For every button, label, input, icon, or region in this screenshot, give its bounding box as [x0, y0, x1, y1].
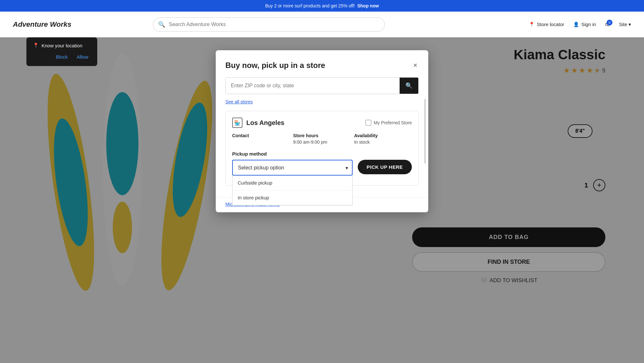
store-pickup-modal: Buy now, pick up in a store × 🔍 See all … [216, 50, 428, 212]
zip-input[interactable] [226, 78, 400, 94]
contact-section: Contact [232, 133, 290, 145]
availability-label: Availability [354, 133, 412, 138]
store-locator-label: Store locator [537, 22, 564, 27]
pickup-options-list: Curbside pickup In store pickup [232, 176, 353, 205]
store-details: Contact Store hours 9:00 am-9:00 pm Avai… [232, 133, 412, 145]
availability-section: Availability In stock [354, 133, 412, 145]
search-input[interactable] [153, 17, 385, 32]
location-popup-title: 📍 Know your location [33, 43, 91, 48]
hours-section: Store hours 9:00 am-9:00 pm [293, 133, 351, 145]
modal-close-button[interactable]: × [412, 60, 419, 71]
modal-body: 🔍 See all stores 🏪 Los Angeles My Prefer… [216, 77, 428, 197]
scroll-indicator [424, 99, 426, 164]
instore-pickup-item[interactable]: In store pickup [232, 190, 352, 205]
search-bar: 🔍 [153, 17, 385, 32]
pickup-method-label: Pickup method [232, 151, 412, 157]
sign-in[interactable]: 👤 Sign in [573, 22, 596, 27]
pickup-section: Pickup method Select pickup option Curbs… [232, 151, 412, 176]
preferred-store-row: My Preferred Store [365, 120, 412, 126]
site-selector[interactable]: Site ▾ [619, 22, 631, 27]
location-pin-icon: 📍 [33, 43, 39, 48]
availability-value: In stock [354, 139, 412, 145]
store-name-row: 🏪 Los Angeles [232, 118, 284, 128]
site-label: Site [619, 22, 627, 27]
chevron-down-icon: ▾ [629, 22, 631, 27]
preferred-store-checkbox[interactable] [365, 120, 371, 126]
store-name: Los Angeles [246, 119, 284, 127]
cart-badge: 0 [607, 20, 612, 25]
block-location-button[interactable]: Block [53, 53, 70, 61]
location-popup: 📍 Know your location Block Allow [26, 37, 97, 66]
allow-location-button[interactable]: Allow [74, 53, 91, 61]
store-card: 🏪 Los Angeles My Preferred Store Contact [225, 111, 419, 186]
pick-up-here-button[interactable]: PICK UP HERE [358, 160, 412, 174]
logo: Adventure Works [13, 20, 71, 29]
promo-text: Buy 2 or more surf products and get 25% … [265, 3, 355, 8]
cart[interactable]: 🛍 0 [605, 22, 610, 27]
contact-label: Contact [232, 133, 290, 138]
store-locator[interactable]: 📍 Store locator [529, 22, 564, 27]
see-all-stores-link[interactable]: See all stores [225, 99, 419, 104]
preferred-store-label: My Preferred Store [374, 120, 412, 125]
modal-title: Buy now, pick up in a store [225, 61, 325, 70]
pickup-dropdown[interactable]: Select pickup option Curbside pickup In … [232, 160, 353, 176]
promo-link[interactable]: Shop now [357, 3, 379, 8]
hours-value: 9:00 am-9:00 pm [293, 139, 351, 145]
curbside-pickup-item[interactable]: Curbside pickup [232, 176, 352, 190]
sign-in-icon: 👤 [573, 22, 579, 27]
promo-bar: Buy 2 or more surf products and get 25% … [0, 0, 644, 12]
pickup-dropdown-wrap: Select pickup option Curbside pickup In … [232, 160, 353, 176]
location-popup-buttons: Block Allow [33, 53, 91, 61]
store-locator-icon: 📍 [529, 22, 535, 27]
store-building-icon: 🏪 [232, 118, 242, 128]
modal-overlay[interactable]: Buy now, pick up in a store × 🔍 See all … [0, 37, 644, 363]
store-card-header: 🏪 Los Angeles My Preferred Store [232, 118, 412, 128]
header-actions: 📍 Store locator 👤 Sign in 🛍 0 Site ▾ [529, 22, 631, 27]
zip-search: 🔍 [225, 77, 419, 94]
location-popup-text: Know your location [42, 43, 82, 48]
modal-header: Buy now, pick up in a store × [216, 50, 428, 77]
search-bar-icon: 🔍 [158, 21, 165, 28]
hours-label: Store hours [293, 133, 351, 138]
pickup-row: Select pickup option Curbside pickup In … [232, 160, 412, 176]
header: Adventure Works 🔍 📍 Store locator 👤 Sign… [0, 12, 644, 37]
page-bg: Kiama Classic ★ ★ ★ ★ ★★ 9 8'4" 1 + ADD … [0, 37, 644, 363]
zip-search-button[interactable]: 🔍 [400, 78, 418, 94]
sign-in-label: Sign in [581, 22, 596, 27]
